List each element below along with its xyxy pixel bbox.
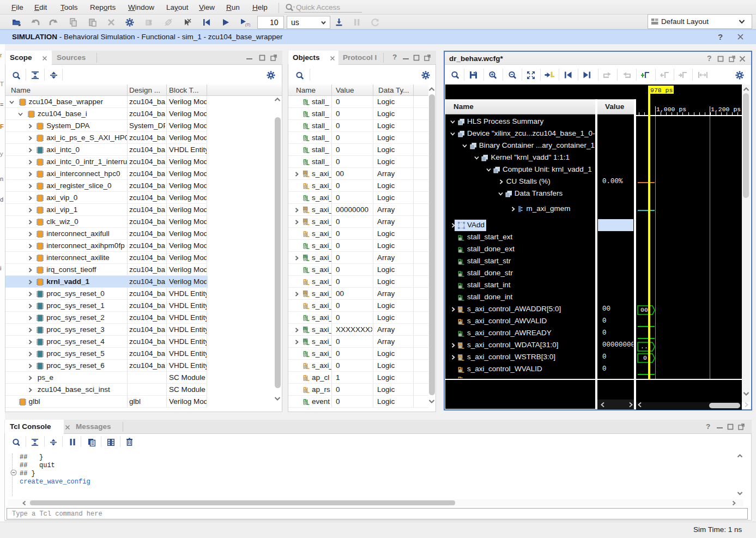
svg-text:(T): (T) <box>245 22 250 27</box>
